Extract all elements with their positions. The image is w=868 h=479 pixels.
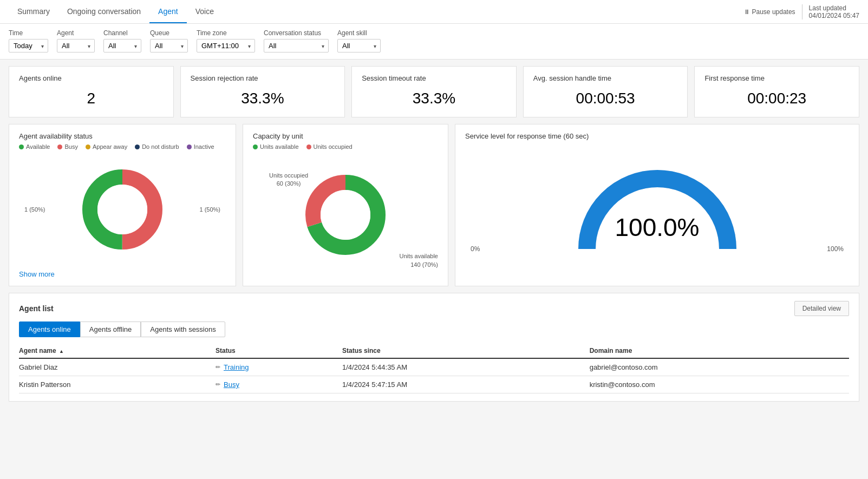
agent-list-tabs: Agents online Agents offline Agents with… [19, 321, 849, 337]
gauge-labels: 0% 100% [465, 245, 849, 253]
legend-appear-away: Appear away [86, 143, 127, 150]
col-domain-name: Domain name [590, 344, 849, 358]
tab-agents-offline[interactable]: Agents offline [80, 321, 141, 337]
sort-arrow-agent-name: ▲ [59, 349, 64, 354]
col-agent-name: Agent name ▲ [19, 344, 216, 358]
kpi-agents-online: Agents online 2 [9, 66, 174, 117]
kpi-row: Agents online 2 Session rejection rate 3… [9, 66, 859, 117]
inactive-dot [187, 145, 192, 149]
units-occupied-dot [306, 145, 311, 149]
kpi-avg-handle-time: Avg. session handle time 00:00:53 [523, 66, 688, 117]
capacity-legend: Units available Units occupied [253, 143, 438, 150]
units-available-dot [253, 145, 258, 149]
domain-cell: kristin@contoso.com [590, 376, 849, 393]
kpi-session-rejection: Session rejection rate 33.3% [180, 66, 345, 117]
agent-list-card: Agent list Detailed view Agents online A… [9, 293, 859, 402]
busy-dot [57, 145, 62, 149]
agent-name-cell: Gabriel Diaz [19, 358, 216, 376]
status-since-cell: 1/4/2024 5:44:35 AM [342, 358, 590, 376]
detailed-view-button[interactable]: Detailed view [794, 301, 849, 316]
legend-busy: Busy [57, 143, 77, 150]
conversation-status-select[interactable]: All [264, 39, 329, 53]
kpi-session-timeout: Session timeout rate 33.3% [351, 66, 517, 117]
tab-ongoing-conversation[interactable]: Ongoing conversation [58, 0, 149, 23]
appear-away-dot [86, 145, 90, 149]
edit-icon: ✏ [216, 364, 220, 371]
tab-agents-with-sessions[interactable]: Agents with sessions [141, 321, 225, 337]
legend-inactive: Inactive [187, 143, 214, 150]
domain-cell: gabriel@contoso.com [590, 358, 849, 376]
agent-list-header: Agent list Detailed view [19, 301, 849, 316]
tab-voice[interactable]: Voice [187, 0, 223, 23]
tab-summary[interactable]: Summary [9, 0, 58, 23]
filter-queue: Queue All [150, 29, 188, 53]
svg-point-5 [321, 190, 370, 240]
channel-select[interactable]: All [103, 39, 141, 53]
agent-table: Agent name ▲ Status Status since Domain … [19, 344, 849, 393]
edit-icon: ✏ [216, 381, 220, 388]
tab-agent[interactable]: Agent [149, 0, 187, 23]
status-value[interactable]: Busy [224, 380, 239, 389]
filter-channel: Channel All [103, 29, 141, 53]
filter-agent-skill: Agent skill All [337, 29, 381, 53]
service-level-chart: Service level for response time (60 sec)… [455, 124, 859, 286]
capacity-donut-container: Units occupied60 (30%) Units available14… [253, 155, 438, 274]
table-row: Kristin Patterson ✏ Busy 1/4/2024 5:47:1… [19, 376, 849, 393]
agent-skill-select[interactable]: All [337, 39, 381, 53]
legend-units-available: Units available [253, 143, 299, 150]
nav-right: ⏸ Pause updates Last updated 04/01/2024 … [743, 4, 859, 19]
pause-icon: ⏸ [743, 8, 750, 16]
queue-select[interactable]: All [150, 39, 188, 53]
capacity-chart: Capacity by unit Units available Units o… [243, 124, 448, 286]
agent-availability-donut [76, 163, 168, 255]
filters-row: Time Today Agent All Channel All Queue A… [0, 24, 868, 60]
filter-time: Time Today [9, 29, 48, 53]
table-row: Gabriel Diaz ✏ Training 1/4/2024 5:44:35… [19, 358, 849, 376]
filter-timezone: Time zone GMT+11:00 [197, 29, 255, 53]
agent-availability-legend: Available Busy Appear away Do not distur… [19, 143, 226, 150]
pause-updates-button[interactable]: ⏸ Pause updates [743, 8, 795, 16]
status-cell: ✏ Busy [216, 376, 342, 393]
gauge-container: 100.0% 0% 100% [465, 143, 849, 257]
legend-units-occupied: Units occupied [306, 143, 353, 150]
status-since-cell: 1/4/2024 5:47:15 AM [342, 376, 590, 393]
main-content: Agents online 2 Session rejection rate 3… [0, 60, 868, 408]
agent-name-cell: Kristin Patterson [19, 376, 216, 393]
last-updated-info: Last updated 04/01/2024 05:47 [802, 4, 859, 19]
agent-availability-chart: Agent availability status Available Busy… [9, 124, 236, 286]
timezone-select[interactable]: GMT+11:00 [197, 39, 255, 53]
col-status-since: Status since [342, 344, 590, 358]
filter-conversation-status: Conversation status All [264, 29, 329, 53]
legend-do-not-disturb: Do not disturb [135, 143, 179, 150]
filter-agent: Agent All [57, 29, 95, 53]
show-more-link[interactable]: Show more [19, 270, 55, 278]
top-navigation: Summary Ongoing conversation Agent Voice… [0, 0, 868, 24]
available-dot [19, 145, 24, 149]
nav-tabs: Summary Ongoing conversation Agent Voice [9, 0, 223, 23]
status-cell: ✏ Training [216, 358, 342, 376]
legend-available: Available [19, 143, 50, 150]
agent-select[interactable]: All [57, 39, 95, 53]
do-not-disturb-dot [135, 145, 140, 149]
svg-point-2 [97, 185, 147, 234]
kpi-first-response: First response time 00:00:23 [694, 66, 859, 117]
charts-row: Agent availability status Available Busy… [9, 124, 859, 286]
agent-availability-donut-container: 1 (50%) 1 (50%) [19, 155, 226, 264]
status-value[interactable]: Training [224, 363, 249, 371]
tab-agents-online[interactable]: Agents online [19, 321, 80, 337]
time-select[interactable]: Today [9, 39, 48, 53]
col-status: Status [216, 344, 342, 358]
capacity-donut [297, 166, 394, 264]
